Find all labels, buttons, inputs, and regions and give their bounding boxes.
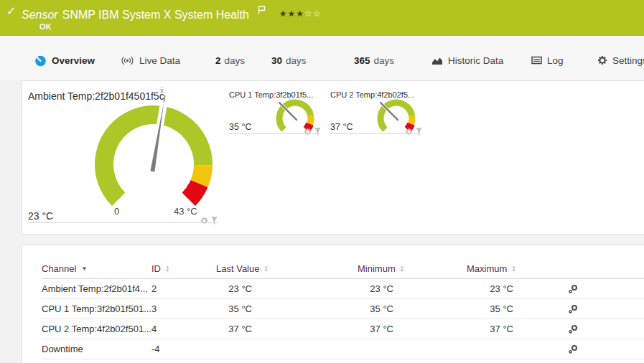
sensor-title: SNMP IBM System X System Health bbox=[62, 9, 249, 21]
channel-name: CPU 2 Temp:4f2b02f501... bbox=[42, 319, 151, 339]
prtg-sensor-page: ✓ SensorSNMP IBM System X System Health … bbox=[0, 0, 644, 363]
tab-log-label: Log bbox=[547, 55, 564, 66]
column-header-last-value-label: Last Value bbox=[216, 263, 259, 274]
channel-minimum bbox=[271, 339, 413, 359]
gear-icon[interactable] bbox=[405, 126, 413, 138]
tab-30-days-number: 30 bbox=[271, 55, 282, 66]
pin-icon[interactable] bbox=[416, 126, 422, 138]
channel-settings-icon[interactable] bbox=[568, 324, 578, 334]
tab-settings-label: Settings bbox=[612, 55, 644, 66]
tab-2-days-number: 2 bbox=[215, 55, 221, 66]
sensor-status-text: OK bbox=[39, 22, 52, 31]
channel-maximum: 23 °C bbox=[413, 279, 533, 299]
gauges-panel: Ambient Temp:2f2b01f4501f5c x̄ 0 43 °C 2… bbox=[22, 80, 644, 235]
tab-365-days-number: 365 bbox=[354, 55, 370, 66]
channel-actions bbox=[533, 319, 644, 339]
sensor-title-line: SensorSNMP IBM System X System Health ★★… bbox=[22, 4, 322, 22]
sort-both-icon: ▲▼ bbox=[400, 265, 404, 272]
channel-actions bbox=[533, 339, 644, 359]
tab-overview[interactable]: Overview bbox=[34, 46, 104, 75]
tab-2-days-label: days bbox=[225, 55, 246, 66]
gauge-ambient-divider bbox=[28, 222, 218, 223]
channel-settings-icon[interactable] bbox=[568, 344, 578, 354]
tab-live-data-label: Live Data bbox=[139, 55, 180, 66]
pin-icon[interactable] bbox=[314, 126, 321, 138]
channel-last-value bbox=[195, 339, 271, 359]
gauge-icon bbox=[34, 55, 47, 67]
channel-id: -4 bbox=[151, 339, 195, 359]
sensor-status-header: ✓ SensorSNMP IBM System X System Health … bbox=[0, 0, 644, 36]
column-header-last-value[interactable]: Last Value ▲▼ bbox=[195, 258, 271, 279]
tab-2-days[interactable]: 2 days bbox=[215, 46, 245, 75]
channel-minimum: 35 °C bbox=[271, 299, 413, 319]
column-header-id[interactable]: ID ▲▼ bbox=[151, 258, 195, 279]
channel-id: 3 bbox=[151, 299, 195, 319]
channel-id: 4 bbox=[151, 319, 195, 339]
channel-last-value: 35 °C bbox=[195, 299, 271, 319]
channel-last-value: 37 °C bbox=[195, 319, 271, 339]
sort-both-icon: ▲▼ bbox=[263, 265, 268, 272]
gauge-cpu2-divider bbox=[330, 133, 421, 134]
column-header-actions bbox=[533, 258, 644, 279]
pin-icon[interactable] bbox=[211, 214, 218, 227]
tab-historic-data-label: Historic Data bbox=[448, 55, 503, 66]
channel-name: CPU 1 Temp:3f2b01f501... bbox=[42, 299, 151, 319]
sort-desc-icon: ▼ bbox=[81, 265, 87, 272]
channel-last-value: 23 °C bbox=[195, 279, 271, 299]
tab-365-days[interactable]: 365 days bbox=[354, 46, 394, 75]
gauge-scale-min: 0 bbox=[114, 206, 119, 217]
sensor-tabbar: Overview Live Data 2 days 30 days bbox=[0, 36, 644, 80]
column-header-maximum-label: Maximum bbox=[467, 263, 507, 274]
settings-gear-icon bbox=[597, 55, 607, 65]
channels-table: Channel ▼ ID ▲▼ Last Value ▲▼ Minimum ▲▼… bbox=[22, 258, 644, 359]
sort-both-icon: ▲▼ bbox=[165, 265, 169, 272]
channels-panel: Channel ▼ ID ▲▼ Last Value ▲▼ Minimum ▲▼… bbox=[22, 245, 644, 363]
gauge-ambient-value: 23 °C bbox=[28, 210, 53, 222]
sort-both-icon: ▲▼ bbox=[511, 265, 515, 272]
column-header-channel[interactable]: Channel ▼ bbox=[42, 258, 151, 279]
channel-settings-icon[interactable] bbox=[568, 304, 578, 314]
channel-maximum: 35 °C bbox=[413, 299, 533, 319]
column-header-id-label: ID bbox=[151, 263, 161, 274]
historic-data-chart-icon bbox=[431, 56, 443, 65]
gauge-cpu1-divider bbox=[229, 133, 320, 134]
gauge-cpu2-value: 37 °C bbox=[330, 122, 353, 132]
gear-icon[interactable] bbox=[200, 214, 208, 227]
gauge-ambient-actions bbox=[200, 214, 218, 227]
status-ok-check-icon: ✓ bbox=[6, 4, 16, 18]
flag-icon[interactable] bbox=[258, 4, 266, 17]
tab-log[interactable]: Log bbox=[531, 46, 564, 75]
gauge-ambient-dial bbox=[82, 84, 225, 217]
stars-filled: ★★★ bbox=[279, 9, 304, 19]
channel-settings-icon[interactable] bbox=[568, 284, 578, 294]
channel-name: Downtime bbox=[42, 339, 151, 359]
channel-minimum: 23 °C bbox=[271, 279, 413, 299]
tab-30-days-label: days bbox=[286, 55, 307, 66]
log-list-icon bbox=[531, 56, 542, 65]
gauge-cpu2-actions bbox=[405, 126, 422, 138]
tab-365-days-label: days bbox=[374, 55, 395, 66]
channel-id: 2 bbox=[151, 279, 195, 299]
channel-minimum: 37 °C bbox=[271, 319, 413, 339]
tab-overview-label: Overview bbox=[52, 55, 95, 66]
gauge-cpu1-actions bbox=[304, 126, 321, 138]
gauge-scale-max: 43 °C bbox=[174, 206, 197, 217]
column-header-channel-label: Channel bbox=[42, 263, 76, 274]
tab-30-days[interactable]: 30 days bbox=[271, 46, 307, 75]
tab-historic-data[interactable]: Historic Data bbox=[431, 46, 503, 75]
gear-icon[interactable] bbox=[304, 126, 312, 138]
channel-name: Ambient Temp:2f2b01f4... bbox=[42, 279, 151, 299]
gauge-cpu1-value: 35 °C bbox=[229, 122, 251, 132]
sensor-kind-label: Sensor bbox=[22, 9, 58, 21]
channel-actions bbox=[533, 299, 644, 319]
priority-stars[interactable]: ★★★☆☆ bbox=[279, 9, 322, 19]
channel-actions bbox=[533, 279, 644, 299]
tab-settings[interactable]: Settings bbox=[597, 46, 644, 75]
column-header-minimum[interactable]: Minimum ▲▼ bbox=[271, 258, 413, 279]
column-header-maximum[interactable]: Maximum ▲▼ bbox=[413, 258, 533, 279]
stars-empty: ☆☆ bbox=[304, 9, 322, 19]
channel-maximum bbox=[413, 339, 533, 359]
live-data-broadcast-icon bbox=[121, 56, 134, 65]
channel-maximum: 37 °C bbox=[413, 319, 533, 339]
tab-live-data[interactable]: Live Data bbox=[121, 46, 180, 75]
